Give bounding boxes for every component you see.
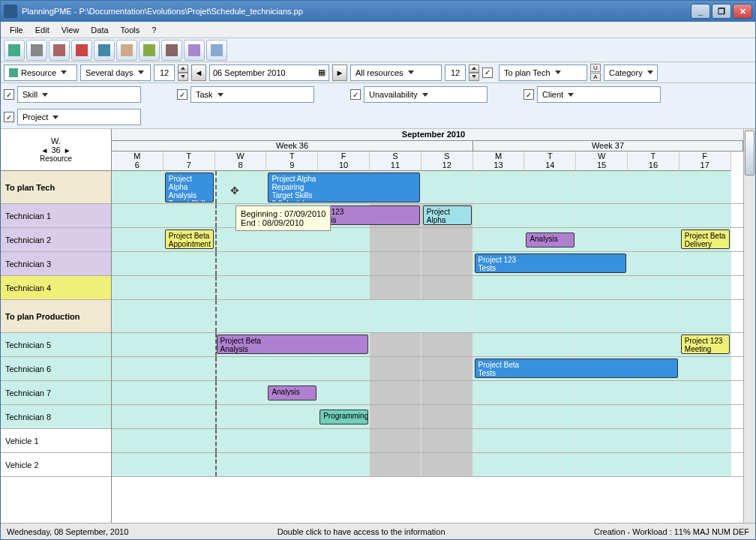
grid-cell[interactable] (524, 333, 576, 356)
grid-cell[interactable] (628, 204, 680, 227)
grid-cell[interactable] (576, 171, 628, 203)
grid-cell[interactable] (628, 252, 680, 275)
tool-export-icon[interactable] (184, 40, 205, 61)
grid-cell[interactable] (112, 171, 164, 203)
tool-cursor-icon[interactable] (26, 40, 47, 61)
skill-checkbox[interactable] (4, 89, 14, 100)
timeline-grid[interactable]: September 2010 Week 36 Week 37 M6T7W8T9F… (112, 129, 755, 523)
grid-cell[interactable] (473, 333, 525, 356)
grid-cell[interactable] (524, 429, 576, 452)
grid-cell[interactable] (422, 381, 473, 404)
task-project123-tests[interactable]: Project 123 Tests (475, 254, 626, 273)
client-checkbox[interactable] (524, 89, 534, 100)
grid-cell[interactable] (164, 252, 215, 275)
scrollbar-thumb[interactable] (745, 130, 754, 176)
resource-count[interactable]: 12 (445, 64, 466, 81)
grid-cell[interactable] (473, 228, 525, 251)
grid-cell[interactable] (473, 300, 525, 332)
grid-cell[interactable] (576, 333, 628, 356)
grid-cell[interactable] (266, 228, 318, 251)
grid-cell[interactable] (266, 276, 318, 299)
client-dropdown[interactable]: Client (537, 86, 661, 103)
grid-cell[interactable] (112, 333, 164, 356)
grid-cell[interactable] (164, 429, 215, 452)
tool-grid-icon[interactable] (161, 40, 182, 61)
grid-cell[interactable] (112, 405, 164, 428)
grid-cell[interactable] (628, 405, 680, 428)
grid-cell[interactable] (215, 228, 267, 251)
grid-cell[interactable] (628, 381, 680, 404)
task-beta-appointment[interactable]: Project Beta Appointment (165, 230, 214, 249)
grid-cell[interactable] (473, 276, 525, 299)
grid-cell[interactable] (422, 228, 473, 251)
grid-cell[interactable] (370, 276, 422, 299)
grid-cell[interactable] (680, 453, 731, 476)
task-beta-tests[interactable]: Project Beta Tests (475, 358, 678, 378)
grid-cell[interactable] (576, 300, 628, 332)
task-beta-analysis[interactable]: Project Beta Analysis (217, 334, 368, 354)
resource-row[interactable]: Technician 7 (1, 381, 111, 405)
vertical-scrollbar[interactable] (743, 129, 755, 523)
date-picker[interactable]: 06 September 2010▦ (209, 64, 329, 81)
tool-globe-icon[interactable] (94, 40, 115, 61)
task-beta-delivery[interactable]: Project Beta Delivery (681, 230, 730, 249)
grid-cell[interactable] (422, 429, 473, 452)
grid-cell[interactable] (473, 381, 525, 404)
grid-cell[interactable] (164, 381, 215, 404)
grid-cell[interactable] (215, 357, 267, 380)
grid-cell[interactable] (215, 453, 267, 476)
grid-cell[interactable] (680, 429, 731, 452)
grid-cell[interactable] (112, 228, 164, 251)
grid-cell[interactable] (215, 429, 267, 452)
toplan-dropdown[interactable]: To plan Tech (499, 64, 587, 81)
tool-new-icon[interactable] (4, 40, 25, 61)
grid-cell[interactable] (680, 300, 731, 332)
grid-cell[interactable] (318, 276, 370, 299)
grid-cell[interactable] (576, 381, 628, 404)
grid-cell[interactable] (680, 381, 731, 404)
grid-cell[interactable] (576, 453, 628, 476)
grid-cell[interactable] (628, 333, 680, 356)
menu-file[interactable]: File (4, 24, 29, 36)
grid-cell[interactable] (370, 357, 422, 380)
grid-cell[interactable] (164, 357, 215, 380)
grid-cell[interactable] (576, 204, 628, 227)
period-dropdown[interactable]: Several days (80, 64, 151, 81)
grid-cell[interactable] (164, 333, 215, 356)
grid-cell[interactable] (473, 171, 525, 203)
grid-cell[interactable] (422, 252, 473, 275)
grid-cell[interactable] (524, 276, 576, 299)
grid-cell[interactable] (215, 171, 267, 203)
grid-cell[interactable] (422, 453, 473, 476)
grid-cell[interactable] (370, 333, 422, 356)
next-date-button[interactable]: ► (332, 64, 347, 81)
grid-cell[interactable] (112, 300, 164, 332)
grid-cell[interactable] (164, 204, 215, 227)
menu-view[interactable]: View (56, 24, 86, 36)
resource-dropdown[interactable]: Resource (4, 64, 77, 81)
resource-row[interactable]: Technician 1 (1, 204, 111, 228)
grid-cell[interactable] (215, 300, 267, 332)
grid-cell[interactable] (628, 276, 680, 299)
grid-cell[interactable] (628, 429, 680, 452)
grid-cell[interactable] (628, 453, 680, 476)
grid-cell[interactable] (266, 300, 318, 332)
grid-cell[interactable] (164, 453, 215, 476)
grid-cell[interactable] (680, 405, 731, 428)
grid-cell[interactable] (524, 204, 576, 227)
toplan-checkbox[interactable] (482, 68, 493, 78)
grid-cell[interactable] (576, 228, 628, 251)
unavailability-dropdown[interactable]: Unavailability (364, 86, 488, 103)
menu-edit[interactable]: Edit (29, 24, 56, 36)
menu-data[interactable]: Data (85, 24, 114, 36)
grid-cell[interactable] (422, 405, 473, 428)
grid-cell[interactable] (524, 381, 576, 404)
grid-cell[interactable] (576, 429, 628, 452)
resource-row[interactable]: Technician 6 (1, 357, 111, 381)
task-project123-analysis[interactable]: ct 123 ysis (320, 206, 420, 225)
grid-cell[interactable] (680, 252, 731, 275)
grid-cell[interactable] (473, 204, 525, 227)
grid-cell[interactable] (473, 429, 525, 452)
grid-cell[interactable] (112, 204, 164, 227)
grid-cell[interactable] (628, 171, 680, 203)
